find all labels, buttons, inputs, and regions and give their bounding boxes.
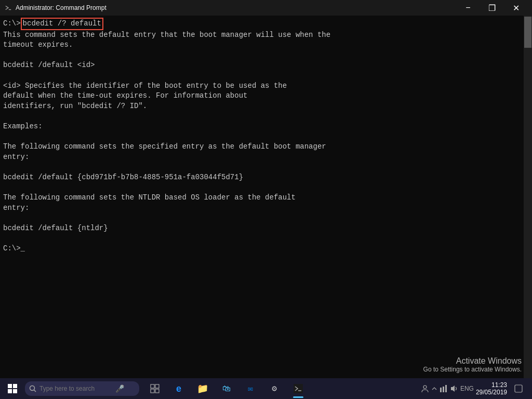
activate-line1: Activate Windows <box>423 356 522 366</box>
title-bar: Administrator: Command Prompt − ❐ ✕ <box>0 0 532 16</box>
task-view-icon <box>150 384 159 393</box>
restore-button[interactable]: ❐ <box>480 0 504 16</box>
microphone-icon: 🎤 <box>115 384 124 393</box>
active-prompt-line: C:\> _ <box>3 244 521 254</box>
taskbar-edge[interactable]: e <box>167 378 190 399</box>
taskbar-network-icon[interactable] <box>440 384 448 393</box>
terminal-scrollbar[interactable] <box>524 16 532 378</box>
taskbar-file-explorer[interactable]: 📁 <box>191 378 214 399</box>
output-line18: entry: <box>3 203 521 214</box>
gear-icon: ⚙ <box>272 383 277 394</box>
command-text: bcdedit /? default <box>21 18 103 30</box>
taskbar-store[interactable]: 🛍 <box>215 378 238 399</box>
output-line19 <box>3 213 521 223</box>
output-line14 <box>3 162 521 172</box>
folder-icon: 📁 <box>197 383 208 394</box>
svg-point-2 <box>30 386 35 391</box>
network-icon <box>440 384 448 393</box>
output-line16 <box>3 183 521 193</box>
notification-center-button[interactable] <box>509 378 528 399</box>
taskbar-person-icon[interactable] <box>421 384 429 393</box>
start-button[interactable] <box>0 378 25 399</box>
output-line7: default when the time-out expires. For i… <box>3 91 521 101</box>
svg-rect-6 <box>151 389 154 393</box>
output-line4: bcdedit /default <id> <box>3 60 521 71</box>
search-input[interactable] <box>39 385 112 392</box>
svg-rect-5 <box>155 384 159 388</box>
output-line20: bcdedit /default {ntldr} <box>3 223 521 234</box>
activate-windows-watermark: Activate Windows Go to Settings to activ… <box>423 356 522 373</box>
output-line13: entry: <box>3 152 521 163</box>
svg-rect-13 <box>445 385 447 392</box>
store-icon: 🛍 <box>222 384 231 394</box>
cursor: _ <box>21 244 25 254</box>
minimize-button[interactable]: − <box>456 0 480 16</box>
prompt-prefix: C:\> <box>3 19 21 29</box>
svg-rect-15 <box>515 385 522 392</box>
scrollbar-thumb[interactable] <box>524 17 531 48</box>
output-line8: identifiers, run "bcdedit /? ID". <box>3 101 521 112</box>
close-button[interactable]: ✕ <box>504 0 528 16</box>
taskbar-language[interactable]: ENG <box>460 385 474 392</box>
output-line10: Examples: <box>3 122 521 132</box>
output-line6: <id> Specifies the identifier of the boo… <box>3 81 521 91</box>
active-prompt: C:\> <box>3 244 21 254</box>
svg-rect-4 <box>151 384 154 388</box>
output-line12: The following command sets the specified… <box>3 142 521 152</box>
terminal-content: C:\> bcdedit /? default This command set… <box>3 18 521 376</box>
output-line1: This command sets the default entry that… <box>3 30 521 41</box>
output-line9 <box>3 111 521 122</box>
taskbar: 🎤 e 📁 🛍 ✉ ⚙ <box>0 378 532 399</box>
output-line15: bcdedit /default {cbd971bf-b7b8-4885-951… <box>3 172 521 183</box>
taskbar-app-icons: e 📁 🛍 ✉ ⚙ <box>143 378 310 399</box>
edge-icon: e <box>176 383 181 394</box>
notification-icon <box>514 384 523 393</box>
svg-rect-11 <box>440 388 442 392</box>
taskbar-cmd[interactable] <box>287 378 310 399</box>
clock-date: 29/05/2019 <box>476 389 507 396</box>
language-label: ENG <box>460 385 474 392</box>
output-line5 <box>3 71 521 81</box>
command-prompt-icon <box>294 384 303 393</box>
svg-point-10 <box>423 385 427 389</box>
clock-time: 11:23 <box>476 381 507 389</box>
mail-icon: ✉ <box>248 383 253 394</box>
windows-icon <box>8 384 17 393</box>
search-icon <box>29 385 36 392</box>
taskbar-task-view[interactable] <box>143 378 166 399</box>
cmd-icon <box>4 4 12 12</box>
svg-line-3 <box>34 390 36 392</box>
taskbar-volume-icon[interactable] <box>450 384 458 393</box>
svg-rect-7 <box>155 389 159 393</box>
title-bar-left: Administrator: Command Prompt <box>4 4 107 12</box>
taskbar-clock[interactable]: 11:23 29/05/2019 <box>476 381 507 396</box>
svg-rect-12 <box>443 387 444 392</box>
svg-marker-14 <box>451 385 455 392</box>
taskbar-mail[interactable]: ✉ <box>239 378 262 399</box>
person-icon <box>421 384 429 393</box>
output-line2: timeout expires. <box>3 40 521 50</box>
taskbar-settings[interactable]: ⚙ <box>263 378 286 399</box>
command-line: C:\> bcdedit /? default <box>3 18 521 30</box>
output-line17: The following command sets the NTLDR bas… <box>3 193 521 203</box>
chevron-up-icon <box>431 385 437 392</box>
taskbar-system-tray[interactable] <box>431 385 437 392</box>
activate-line2: Go to Settings to activate Windows. <box>423 366 522 373</box>
terminal-window[interactable]: C:\> bcdedit /? default This command set… <box>0 16 532 378</box>
output-line3 <box>3 50 521 61</box>
taskbar-right: ENG 11:23 29/05/2019 <box>417 378 532 399</box>
taskbar-search-box[interactable]: 🎤 <box>25 381 139 396</box>
title-bar-text: Administrator: Command Prompt <box>16 4 107 11</box>
title-bar-controls: − ❐ ✕ <box>456 0 528 16</box>
output-line11 <box>3 132 521 142</box>
output-line21 <box>3 233 521 244</box>
volume-icon <box>450 384 458 393</box>
